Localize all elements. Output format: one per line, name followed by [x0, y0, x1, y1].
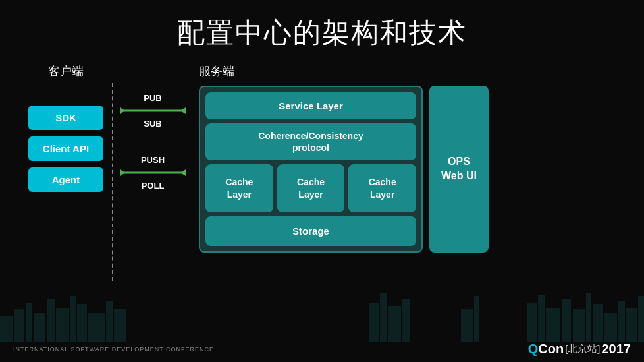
svg-rect-14 — [88, 313, 105, 342]
svg-rect-12 — [70, 296, 76, 342]
svg-rect-10 — [47, 299, 55, 342]
svg-rect-19 — [388, 306, 401, 342]
client-label: 客户端 — [48, 63, 84, 79]
pub-sub-arrow — [120, 104, 186, 117]
svg-rect-24 — [538, 295, 545, 342]
page-title: 配置中心的架构和技术 — [0, 0, 644, 51]
svg-rect-33 — [638, 296, 644, 342]
svg-rect-8 — [26, 303, 32, 342]
svg-rect-16 — [114, 309, 126, 342]
svg-rect-27 — [573, 309, 585, 342]
qcon-brand-text: QCon — [528, 342, 564, 357]
svg-rect-32 — [626, 308, 637, 342]
svg-rect-9 — [34, 313, 45, 342]
svg-rect-23 — [527, 303, 537, 342]
svg-rect-20 — [402, 299, 410, 342]
footer: INTERNATIONAL SOFTWARE DEVELOPMENT CONFE… — [0, 342, 644, 357]
svg-marker-2 — [180, 107, 186, 114]
pub-sub-group: PUB SUB — [120, 93, 186, 129]
service-layer-box: Service Layer — [205, 92, 416, 119]
storage-box: Storage — [205, 216, 416, 246]
cache-row: CacheLayer CacheLayer CacheLayer — [205, 164, 416, 212]
footer-conference: INTERNATIONAL SOFTWARE DEVELOPMENT CONFE… — [13, 346, 214, 353]
svg-rect-29 — [593, 304, 603, 342]
svg-marker-5 — [180, 169, 186, 176]
cache-layer-1: CacheLayer — [205, 164, 273, 212]
arch-main-box: Service Layer Coherence/Consistencyproto… — [199, 86, 423, 253]
qcon-location: [北京站] — [565, 343, 600, 355]
push-label: PUSH — [141, 155, 165, 165]
svg-rect-7 — [14, 309, 24, 342]
svg-rect-6 — [0, 316, 13, 342]
push-poll-arrow — [120, 166, 186, 179]
server-label: 服务端 — [199, 63, 234, 79]
coherence-box: Coherence/Consistencyprotocol — [205, 123, 416, 160]
svg-rect-31 — [618, 301, 625, 342]
svg-rect-30 — [604, 313, 617, 342]
svg-rect-25 — [546, 308, 560, 342]
svg-rect-11 — [56, 308, 69, 342]
push-poll-group: PUSH POLL — [120, 155, 186, 191]
sdk-box: SDK — [28, 106, 103, 130]
svg-rect-22 — [474, 296, 479, 342]
cache-layer-2: CacheLayer — [277, 164, 345, 212]
svg-rect-13 — [77, 304, 87, 342]
qcon-year: 2017 — [602, 342, 631, 357]
svg-rect-21 — [461, 309, 473, 342]
cache-layer-3: CacheLayer — [348, 164, 416, 212]
server-section: 服务端 Service Layer Coherence/Consistencyp… — [199, 63, 489, 253]
client-boxes: SDK Client API Agent — [28, 106, 103, 192]
svg-rect-26 — [562, 299, 571, 342]
client-api-box: Client API — [28, 136, 103, 161]
poll-label: POLL — [142, 181, 165, 191]
pub-label: PUB — [144, 93, 161, 103]
qcon-q: Q — [528, 342, 539, 356]
footer-brand: QCon [北京站] 2017 — [528, 342, 631, 357]
svg-rect-15 — [106, 301, 113, 342]
ops-box: OPSWeb UI — [429, 86, 489, 253]
architecture-container: Service Layer Coherence/Consistencyproto… — [199, 86, 489, 253]
ops-text: OPSWeb UI — [441, 154, 477, 184]
agent-box: Agent — [28, 167, 103, 192]
svg-rect-17 — [369, 303, 379, 342]
client-section: 客户端 SDK Client API Agent — [20, 63, 112, 192]
svg-rect-18 — [380, 293, 387, 342]
svg-rect-28 — [586, 293, 591, 342]
qcon-rest: Con — [538, 342, 564, 356]
main-content: 客户端 SDK Client API Agent PUB SUB PUSH — [0, 63, 644, 281]
arrow-section: PUB SUB PUSH POLL — [113, 93, 192, 197]
skyline-decoration — [0, 289, 644, 342]
sub-label: SUB — [144, 119, 161, 129]
coherence-text: Coherence/Consistencyprotocol — [258, 131, 363, 153]
